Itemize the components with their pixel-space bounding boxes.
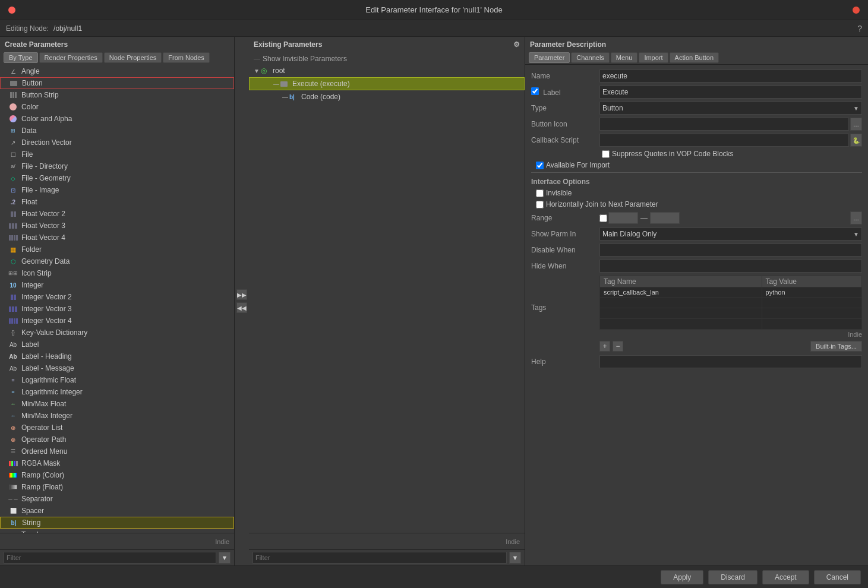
tab-channels[interactable]: Channels	[571, 52, 609, 63]
param-item-float[interactable]: .2 Float	[0, 196, 234, 208]
intvec2-icon	[8, 293, 18, 301]
param-item-labelmsg[interactable]: Ab Label - Message	[0, 362, 234, 374]
param-item-rampcolor[interactable]: Ramp (Color)	[0, 469, 234, 481]
param-item-minmaxfloat[interactable]: ↔ Min/Max Float	[0, 398, 234, 410]
left-panel-header: Create Parameters	[0, 37, 234, 51]
param-item-oplist[interactable]: ⊕ Operator List	[0, 422, 234, 434]
traffic-light-icon[interactable]	[8, 7, 15, 14]
tab-parameter[interactable]: Parameter	[529, 52, 570, 63]
close-right-icon[interactable]	[853, 7, 860, 14]
param-item-floatvec3[interactable]: Float Vector 3	[0, 220, 234, 232]
range-checkbox[interactable]	[599, 214, 607, 222]
accept-button[interactable]: Accept	[762, 570, 809, 584]
param-item-angle[interactable]: ∠ Angle	[0, 65, 234, 77]
param-item-label[interactable]: Ab Label	[0, 339, 234, 350]
name-input[interactable]	[599, 69, 862, 83]
param-item-orderedmenu[interactable]: ☰ Ordered Menu	[0, 445, 234, 457]
hide-when-row: Hide When	[531, 260, 862, 273]
tags-add-btn[interactable]: +	[599, 341, 610, 352]
tab-action-button[interactable]: Action Button	[670, 52, 719, 63]
apply-button[interactable]: Apply	[661, 570, 703, 584]
type-select[interactable]: Button ▼	[599, 102, 862, 115]
param-item-file[interactable]: ☐ File	[0, 148, 234, 160]
left-filter-input[interactable]	[4, 552, 216, 564]
tree-item-execute[interactable]: — Execute (execute)	[249, 77, 525, 90]
tab-from-nodes[interactable]: From Nodes	[163, 52, 210, 63]
param-item-geodata[interactable]: ⬡ Geometry Data	[0, 255, 234, 267]
param-item-toggle[interactable]: ✓ Toggle	[0, 529, 234, 533]
show-parm-select[interactable]: Main Dialog Only ▼	[599, 227, 862, 241]
range-expand-btn[interactable]: …	[850, 211, 862, 225]
help-icon[interactable]: ?	[857, 24, 862, 33]
callback-input[interactable]	[599, 134, 849, 147]
arrow-left-btn[interactable]: ◀◀	[236, 302, 247, 313]
discard-button[interactable]: Discard	[708, 570, 757, 584]
param-item-spacer[interactable]: ⬜ Spacer	[0, 505, 234, 517]
arrow-right-btn[interactable]: ▶▶	[236, 289, 247, 300]
param-item-separator[interactable]: ─ ─ Separator	[0, 493, 234, 505]
tab-render-properties[interactable]: Render Properties	[39, 52, 103, 63]
param-item-data[interactable]: ⊞ Data	[0, 125, 234, 137]
range-max-input[interactable]	[650, 212, 680, 224]
tab-menu[interactable]: Menu	[611, 52, 638, 63]
param-item-intvec4[interactable]: Integer Vector 4	[0, 315, 234, 327]
minmaxint-icon: ↔	[8, 412, 18, 420]
param-item-logfloat[interactable]: ≡ Logarithmic Float	[0, 374, 234, 386]
param-item-buttonstrip[interactable]: Button Strip	[0, 89, 234, 101]
param-item-coloralpha[interactable]: Color and Alpha	[0, 113, 234, 125]
param-item-fileimage[interactable]: ⊡ File - Image	[0, 184, 234, 196]
param-item-rgbamask[interactable]: RGBA Mask	[0, 457, 234, 469]
invisible-row: Invisible	[531, 189, 862, 197]
tree-item-code[interactable]: — b| Code (code)	[249, 90, 525, 103]
param-item-keyvaldict[interactable]: {} Key-Value Dictionary	[0, 327, 234, 339]
invisible-checkbox[interactable]	[536, 189, 544, 197]
param-item-filegeo[interactable]: ◇ File - Geometry	[0, 172, 234, 184]
param-item-iconstrip[interactable]: ⊞⊞ Icon Strip	[0, 267, 234, 279]
tab-node-properties[interactable]: Node Properties	[104, 52, 162, 63]
tab-by-type[interactable]: By Type	[4, 52, 38, 63]
param-item-dirvec[interactable]: ↗ Direction Vector	[0, 137, 234, 148]
show-invisible-row: — Show Invisible Parameters	[249, 53, 525, 64]
button-icon-browse-btn[interactable]: …	[850, 118, 862, 131]
param-item-intvec3[interactable]: Integer Vector 3	[0, 303, 234, 315]
callback-python-btn[interactable]: 🐍	[850, 134, 862, 147]
param-item-integer[interactable]: 10 Integer	[0, 279, 234, 291]
disable-when-input[interactable]	[599, 244, 862, 257]
range-min-input[interactable]	[608, 212, 638, 224]
param-item-button[interactable]: Button	[0, 77, 234, 89]
label-checkbox[interactable]	[531, 87, 539, 95]
tree-item-root[interactable]: ▼ ◎ root	[249, 64, 525, 77]
param-item-intvec2[interactable]: Integer Vector 2	[0, 291, 234, 303]
tab-import[interactable]: Import	[639, 52, 668, 63]
cancel-button[interactable]: Cancel	[814, 570, 861, 584]
param-item-labelheading[interactable]: Ab Label - Heading	[0, 350, 234, 362]
param-item-minmaxint[interactable]: ↔ Min/Max Integer	[0, 410, 234, 422]
tag-name-cell: script_callback_lan	[600, 287, 762, 298]
middle-filter-dropdown[interactable]: ▼	[509, 552, 521, 564]
suppress-quotes-checkbox[interactable]	[602, 150, 610, 158]
horiz-join-checkbox[interactable]	[536, 201, 544, 208]
param-item-rampfloat[interactable]: Ramp (Float)	[0, 481, 234, 493]
param-item-filedir[interactable]: a/ File - Directory	[0, 160, 234, 172]
param-item-oppath[interactable]: ⊗ Operator Path	[0, 434, 234, 445]
table-row[interactable]: script_callback_lan python	[600, 287, 862, 298]
param-item-floatvec2[interactable]: Float Vector 2	[0, 208, 234, 220]
help-input[interactable]	[599, 355, 862, 368]
param-item-floatvec4[interactable]: Float Vector 4	[0, 232, 234, 244]
tags-remove-btn[interactable]: −	[613, 341, 623, 352]
button-icon-input[interactable]	[599, 118, 849, 131]
title-bar: Edit Parameter Interface for 'null1' Nod…	[0, 0, 868, 20]
gear-icon[interactable]: ⚙	[513, 40, 520, 49]
left-filter-dropdown[interactable]: ▼	[219, 552, 231, 564]
hide-when-input[interactable]	[599, 260, 862, 273]
built-in-tags-btn[interactable]: Built-in Tags...	[810, 341, 862, 352]
label-input[interactable]	[599, 86, 862, 99]
middle-filter-input[interactable]	[252, 552, 507, 564]
editing-label: Editing Node:	[6, 24, 49, 33]
param-item-folder[interactable]: ▦ Folder	[0, 244, 234, 255]
available-import-checkbox[interactable]	[536, 162, 544, 169]
param-item-logint[interactable]: ≡ Logarithmic Integer	[0, 386, 234, 398]
param-item-string[interactable]: b| String	[0, 517, 234, 529]
param-item-color[interactable]: Color	[0, 101, 234, 113]
sub-header: Editing Node: /obj/null1 ?	[0, 20, 868, 37]
